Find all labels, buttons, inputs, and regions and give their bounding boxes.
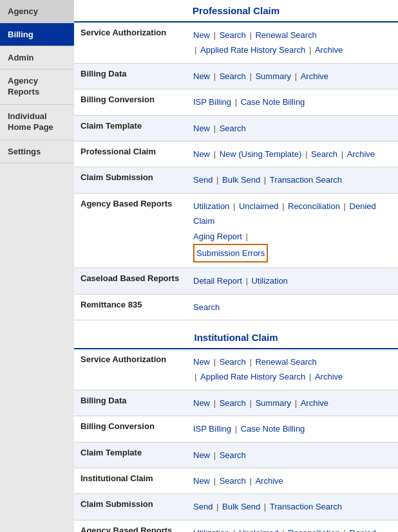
row-links: New | Search | Renewal Search | Applied … (187, 23, 398, 63)
row-label: Claim Submission (74, 494, 187, 520)
sidebar-item-agency[interactable]: Agency (0, 0, 74, 23)
table-row: Agency Based Reports Utilization | Uncla… (74, 520, 398, 532)
sidebar-item-settings[interactable]: Settings (0, 140, 74, 163)
cbr-detail-link[interactable]: Detail Report (193, 276, 242, 286)
sa-applied-rate-link[interactable]: Applied Rate History Search (200, 45, 305, 55)
cs-transaction-link[interactable]: Transaction Search (270, 175, 342, 185)
abr-aging-link[interactable]: Aging Report (193, 232, 242, 241)
institutional-claim-heading: Institutional Claim (74, 327, 398, 349)
abr-utilization-link[interactable]: Utilization (193, 201, 229, 211)
row-links: Search (187, 294, 398, 320)
sidebar-item-individual-home-page[interactable]: Individual Home Page (0, 105, 74, 140)
ic-new-link[interactable]: New (193, 476, 210, 486)
ics-send-link[interactable]: Send (193, 502, 213, 511)
iabr-utilization-link[interactable]: Utilization (193, 528, 229, 532)
table-row: Remittance 835 Search (74, 294, 398, 320)
pc-new-template-link[interactable]: New (Using Template) (220, 149, 302, 159)
row-label: Billing Data (74, 63, 187, 89)
sa-search-link[interactable]: Search (220, 30, 246, 40)
row-links: ISP Billing | Case Note Billing (187, 416, 398, 442)
bd-archive-link[interactable]: Archive (301, 71, 328, 81)
professional-claim-table: Service Authorization New | Search | Ren… (74, 23, 398, 320)
isa-archive-link[interactable]: Archive (315, 372, 343, 381)
table-row: Billing Data New | Search | Summary | Ar… (74, 390, 398, 416)
row-links: New | Search | Summary | Archive (187, 63, 398, 89)
ic-search-link[interactable]: Search (220, 476, 246, 486)
row-label: Claim Template (74, 115, 187, 141)
cs-bulk-link[interactable]: Bulk Send (222, 175, 260, 185)
row-links: Utilization | Unclaimed | Reconciliation… (187, 520, 398, 532)
row-label: Billing Conversion (74, 416, 187, 442)
row-label: Agency Based Reports (74, 520, 187, 532)
isa-search-link[interactable]: Search (220, 357, 246, 367)
ics-transaction-link[interactable]: Transaction Search (270, 502, 342, 511)
row-label: Agency Based Reports (74, 193, 187, 268)
cs-send-link[interactable]: Send (193, 175, 213, 185)
sidebar: Agency Billing Admin Agency Reports Indi… (0, 0, 74, 532)
ibd-new-link[interactable]: New (193, 398, 210, 408)
iabr-unclaimed-link[interactable]: Unclaimed (239, 528, 278, 532)
table-row: Caseload Based Reports Detail Report | U… (74, 268, 398, 294)
table-row: Billing Conversion ISP Billing | Case No… (74, 89, 398, 115)
row-links: Send | Bulk Send | Transaction Search (187, 494, 398, 520)
ict-new-link[interactable]: New (193, 450, 210, 460)
row-links: ISP Billing | Case Note Billing (187, 89, 398, 115)
bc-casenote-link[interactable]: Case Note Billing (241, 97, 305, 107)
table-row: Claim Submission Send | Bulk Send | Tran… (74, 494, 398, 520)
table-row: Institutional Claim New | Search | Archi… (74, 468, 398, 494)
sa-archive-link[interactable]: Archive (315, 45, 343, 55)
ict-search-link[interactable]: Search (220, 450, 246, 460)
sa-new-link[interactable]: New (193, 30, 210, 40)
row-links: Utilization | Unclaimed | Reconciliation… (187, 193, 398, 268)
row-links: New | Search (187, 115, 398, 141)
app-container: Agency Billing Admin Agency Reports Indi… (0, 0, 398, 532)
sidebar-item-billing[interactable]: Billing (0, 23, 74, 46)
bd-summary-link[interactable]: Summary (255, 71, 291, 81)
row-links: New | New (Using Template) | Search | Ar… (187, 141, 398, 167)
row-links: New | Search | Archive (187, 468, 398, 494)
professional-claim-heading: Professional Claim (74, 0, 398, 23)
table-row: Claim Template New | Search (74, 115, 398, 141)
row-label: Institutional Claim (74, 468, 187, 494)
ct-search-link[interactable]: Search (220, 124, 246, 133)
ibd-archive-link[interactable]: Archive (301, 398, 328, 408)
table-row: Service Authorization New | Search | Ren… (74, 23, 398, 63)
sa-renewal-link[interactable]: Renewal Search (255, 30, 316, 40)
row-links: Detail Report | Utilization (187, 268, 398, 294)
bd-search-link[interactable]: Search (220, 71, 246, 81)
sidebar-item-agency-reports[interactable]: Agency Reports (0, 69, 74, 105)
ics-bulk-link[interactable]: Bulk Send (222, 502, 260, 511)
ibd-summary-link[interactable]: Summary (255, 398, 291, 408)
row-label: Claim Submission (74, 167, 187, 193)
abr-submission-errors-link[interactable]: Submission Errors (193, 244, 268, 262)
iabr-reconciliation-link[interactable]: Reconciliation (288, 528, 340, 532)
pc-search-link[interactable]: Search (311, 149, 337, 159)
abr-unclaimed-link[interactable]: Unclaimed (239, 201, 278, 211)
ct-new-link[interactable]: New (193, 124, 210, 133)
row-links: New | Search | Summary | Archive (187, 390, 398, 416)
pc-archive-link[interactable]: Archive (347, 149, 375, 159)
row-label: Billing Conversion (74, 89, 187, 115)
isa-renewal-link[interactable]: Renewal Search (255, 357, 316, 367)
ibc-casenote-link[interactable]: Case Note Billing (241, 424, 305, 434)
table-row: Billing Data New | Search | Summary | Ar… (74, 63, 398, 89)
ibc-isp-link[interactable]: ISP Billing (193, 424, 231, 434)
pc-new-link[interactable]: New (193, 149, 210, 159)
row-label: Claim Template (74, 442, 187, 468)
table-row: Service Authorization New | Search | Ren… (74, 349, 398, 390)
isa-new-link[interactable]: New (193, 357, 210, 367)
ic-archive-link[interactable]: Archive (255, 476, 283, 486)
cbr-utilization-link[interactable]: Utilization (251, 276, 287, 286)
row-links: Send | Bulk Send | Transaction Search (187, 167, 398, 193)
ibd-search-link[interactable]: Search (220, 398, 246, 408)
r835-search-link[interactable]: Search (193, 302, 220, 312)
sidebar-item-admin[interactable]: Admin (0, 46, 74, 69)
row-links: New | Search (187, 442, 398, 468)
row-label: Professional Claim (74, 141, 187, 167)
isa-applied-rate-link[interactable]: Applied Rate History Search (200, 372, 305, 381)
bc-isp-link[interactable]: ISP Billing (193, 97, 231, 107)
table-row: Claim Submission Send | Bulk Send | Tran… (74, 167, 398, 193)
abr-reconciliation-link[interactable]: Reconciliation (288, 201, 340, 211)
bd-new-link[interactable]: New (193, 71, 210, 81)
table-row: Claim Template New | Search (74, 442, 398, 468)
